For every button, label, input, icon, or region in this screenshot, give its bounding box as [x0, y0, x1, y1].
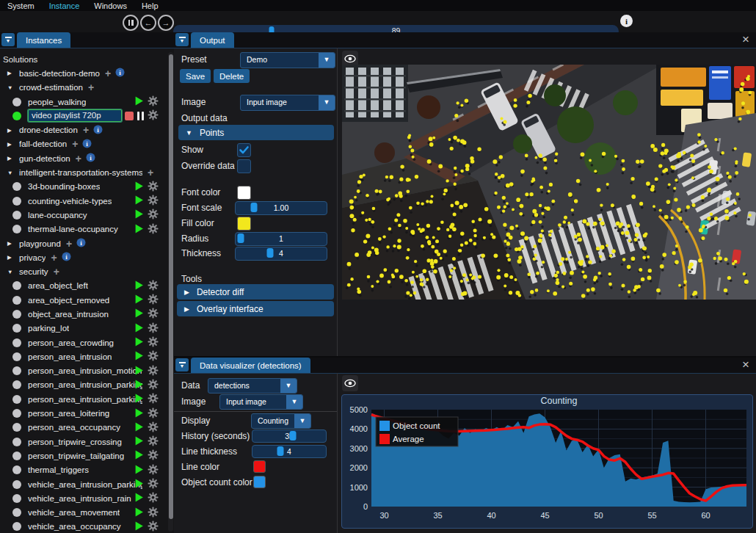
- settings-button[interactable]: [148, 294, 159, 306]
- settings-button[interactable]: [148, 521, 159, 533]
- tree-row[interactable]: lane-occupancy: [0, 208, 167, 222]
- tree-item-label[interactable]: person_area_intrusion: [28, 352, 112, 361]
- settings-button[interactable]: [148, 449, 159, 462]
- close-output-icon[interactable]: ×: [740, 32, 752, 47]
- slider-handle[interactable]: [267, 248, 274, 258]
- start-instance-button[interactable]: [134, 479, 144, 490]
- settings-button[interactable]: [148, 95, 159, 108]
- chevron-right-icon[interactable]: ▶: [7, 155, 15, 162]
- tree-item-label[interactable]: 3d-bounding-boxes: [28, 182, 100, 191]
- tree-row[interactable]: person_area_intrusion: [0, 349, 167, 363]
- settings-button[interactable]: [148, 407, 159, 420]
- object-count-color-swatch[interactable]: [253, 476, 266, 488]
- chevron-right-icon[interactable]: ▶: [7, 254, 15, 261]
- save-button[interactable]: Save: [180, 69, 211, 83]
- collapse-visualizer-icon[interactable]: ▼: [175, 358, 189, 371]
- start-instance-button[interactable]: [134, 337, 144, 348]
- tree-item-label[interactable]: person_area_crowding: [28, 338, 114, 347]
- info-button[interactable]: i: [115, 68, 125, 79]
- video-view[interactable]: [342, 65, 756, 300]
- chevron-right-icon[interactable]: ▶: [7, 240, 15, 247]
- chevron-down-icon[interactable]: ▼: [7, 269, 15, 275]
- override-data-checkbox[interactable]: [237, 159, 251, 173]
- menu-instance[interactable]: Instance: [42, 1, 87, 10]
- start-instance-button[interactable]: [134, 224, 144, 235]
- sidebar-scrollbar[interactable]: [168, 52, 173, 532]
- info-button[interactable]: i: [93, 125, 103, 136]
- pause-instance-button[interactable]: [137, 112, 145, 120]
- start-instance-button[interactable]: [134, 380, 144, 391]
- start-instance-button[interactable]: [134, 96, 144, 107]
- info-button[interactable]: i: [76, 238, 86, 249]
- panel-divider[interactable]: [337, 48, 338, 356]
- add-instance-button[interactable]: +: [66, 239, 72, 249]
- tree-item-label[interactable]: person_area_intrusion_parking: [28, 395, 142, 404]
- tree-item-label[interactable]: gun-detection: [19, 154, 70, 163]
- tree-item-label[interactable]: thermal-lane-occupancy: [28, 225, 118, 233]
- start-instance-button[interactable]: [134, 422, 144, 433]
- tree-item-label[interactable]: vehicle_area_occupancy: [28, 522, 121, 531]
- start-instance-button[interactable]: [134, 280, 144, 291]
- tree-item-label[interactable]: drone-detection: [19, 126, 78, 134]
- settings-button[interactable]: [148, 478, 159, 490]
- add-instance-button[interactable]: +: [54, 266, 59, 277]
- tree-row[interactable]: counting-vehicle-types: [0, 194, 167, 208]
- instance-name-input[interactable]: video playlist 720p: [28, 109, 122, 122]
- line-thickness-slider[interactable]: 4: [252, 445, 327, 458]
- tree-item-label[interactable]: thermal_triggers: [28, 465, 89, 474]
- tree-row[interactable]: ▼intelligent-transportation-systems+: [0, 165, 167, 179]
- start-instance-button[interactable]: [134, 351, 144, 362]
- tree-item-label[interactable]: lane-occupancy: [28, 211, 87, 220]
- image-dropdown[interactable]: Input image ▼: [240, 95, 335, 111]
- tree-row[interactable]: ▶fall-detection+i: [0, 137, 167, 151]
- tree-row[interactable]: area_object_left: [0, 279, 167, 293]
- preset-dropdown[interactable]: Demo ▼: [240, 52, 335, 68]
- menu-windows[interactable]: Windows: [87, 1, 134, 10]
- display-dropdown[interactable]: Counting ▼: [251, 413, 311, 429]
- tree-item-label[interactable]: crowd-estimation: [19, 83, 83, 92]
- tree-row[interactable]: person_tripwire_tailgating: [0, 449, 167, 463]
- tree-row[interactable]: thermal_triggers: [0, 463, 167, 477]
- info-button[interactable]: i: [86, 153, 95, 164]
- menu-help[interactable]: Help: [134, 1, 166, 10]
- tree-row[interactable]: 3d-bounding-boxes: [0, 180, 167, 194]
- tree-item-label[interactable]: intelligent-transportation-systems: [19, 168, 142, 177]
- tree-row[interactable]: ▶playground+i: [0, 236, 167, 250]
- tree-item-label[interactable]: area_object_left: [28, 281, 88, 290]
- step-back-button[interactable]: ←: [140, 15, 156, 31]
- start-instance-button[interactable]: [134, 394, 144, 405]
- settings-button[interactable]: [148, 195, 159, 207]
- tree-row[interactable]: ▶basic-detection-demo+i: [0, 66, 167, 80]
- tree-row[interactable]: person_area_crowding: [0, 336, 167, 349]
- settings-button[interactable]: [148, 464, 159, 476]
- menu-system[interactable]: System: [0, 1, 42, 10]
- overlay-interface-bar[interactable]: ▶ Overlay interface: [177, 301, 334, 316]
- settings-button[interactable]: [148, 492, 159, 504]
- tree-row[interactable]: person_tripwire_crossing: [0, 435, 167, 449]
- add-instance-button[interactable]: +: [72, 139, 78, 149]
- start-instance-button[interactable]: [134, 323, 144, 334]
- slider-handle[interactable]: [250, 203, 257, 212]
- tree-item-label[interactable]: playground: [19, 239, 61, 248]
- tree-row[interactable]: person_area_loitering: [0, 406, 167, 420]
- detector-diff-bar[interactable]: ▶ Detector diff: [177, 284, 334, 300]
- start-instance-button[interactable]: [134, 195, 144, 206]
- panel-divider[interactable]: [337, 373, 338, 533]
- start-instance-button[interactable]: [134, 308, 144, 319]
- tree-row[interactable]: object_area_intrusion: [0, 307, 167, 321]
- tree-item-label[interactable]: people_walking: [28, 98, 86, 106]
- collapse-all-icon[interactable]: ▼: [1, 33, 15, 46]
- history-slider[interactable]: 35: [252, 429, 327, 443]
- tree-item-label[interactable]: vehicle_area_movement: [28, 508, 120, 517]
- tree-row[interactable]: thermal-lane-occupancy: [0, 222, 167, 236]
- tree-row[interactable]: vehicle_area_movement: [0, 506, 167, 520]
- add-instance-button[interactable]: +: [105, 68, 111, 79]
- start-instance-button[interactable]: [134, 493, 144, 504]
- settings-button[interactable]: [148, 393, 159, 405]
- fill-color-swatch[interactable]: [237, 217, 251, 231]
- chevron-down-icon[interactable]: ▼: [7, 84, 15, 91]
- stop-instance-button[interactable]: [125, 112, 134, 120]
- data-dropdown[interactable]: detections ▼: [208, 378, 297, 394]
- pause-button[interactable]: [123, 15, 139, 31]
- start-instance-button[interactable]: [134, 209, 144, 220]
